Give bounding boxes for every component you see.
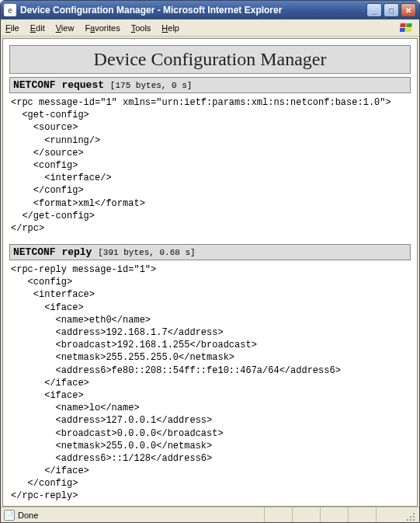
page-content: Device Configuration Manager NETCONF req… bbox=[2, 38, 418, 507]
minimize-button[interactable]: _ bbox=[366, 3, 382, 17]
svg-point-8 bbox=[410, 519, 411, 521]
menu-favorites[interactable]: Favorites bbox=[85, 23, 120, 33]
menu-file[interactable]: File bbox=[5, 23, 19, 33]
svg-rect-2 bbox=[400, 28, 405, 32]
request-meta: [175 bytes, 0 s] bbox=[110, 81, 193, 90]
ie-icon: e bbox=[4, 4, 16, 16]
window-titlebar[interactable]: e Device Configuration Manager - Microso… bbox=[1, 1, 419, 19]
close-button[interactable]: ✕ bbox=[401, 3, 416, 17]
menu-view[interactable]: View bbox=[56, 23, 75, 33]
resize-grip-icon[interactable] bbox=[404, 507, 416, 522]
request-xml: <rpc message-id="1" xmlns="urn:ietf:para… bbox=[9, 93, 411, 241]
menu-bar: File Edit View Favorites Tools Help bbox=[1, 19, 419, 37]
menu-help[interactable]: Help bbox=[161, 23, 179, 33]
svg-point-4 bbox=[413, 513, 415, 514]
status-pane bbox=[376, 507, 404, 522]
reply-header-label: NETCONF reply bbox=[13, 246, 92, 258]
reply-header: NETCONF reply [391 bytes, 0.68 s] bbox=[9, 244, 411, 260]
status-pane bbox=[320, 507, 348, 522]
windows-flag-icon[interactable] bbox=[399, 22, 415, 34]
svg-rect-3 bbox=[405, 28, 411, 32]
svg-point-9 bbox=[407, 519, 408, 521]
menu-tools[interactable]: Tools bbox=[131, 23, 151, 33]
window-controls: _ □ ✕ bbox=[366, 3, 416, 17]
reply-meta: [391 bytes, 0.68 s] bbox=[98, 248, 195, 257]
status-text: Done bbox=[18, 511, 38, 520]
reply-xml: <rpc-reply message-id="1"> <config> <int… bbox=[9, 260, 411, 507]
menu-edit[interactable]: Edit bbox=[30, 23, 45, 33]
request-header-label: NETCONF request bbox=[13, 79, 104, 91]
page-title: Device Configuration Manager bbox=[9, 45, 411, 74]
svg-point-7 bbox=[413, 519, 415, 521]
browser-window: e Device Configuration Manager - Microso… bbox=[0, 0, 420, 523]
status-pane bbox=[264, 507, 292, 522]
svg-rect-0 bbox=[400, 23, 406, 27]
window-title: Device Configuration Manager - Microsoft… bbox=[20, 5, 366, 16]
status-panes bbox=[264, 507, 416, 522]
svg-point-5 bbox=[413, 516, 415, 518]
maximize-button[interactable]: □ bbox=[384, 3, 399, 17]
page-icon: 📄 bbox=[4, 510, 15, 521]
status-bar: 📄 Done bbox=[1, 507, 419, 522]
request-header: NETCONF request [175 bytes, 0 s] bbox=[9, 77, 411, 93]
status-pane bbox=[292, 507, 320, 522]
svg-rect-1 bbox=[406, 23, 412, 27]
status-pane bbox=[348, 507, 376, 522]
svg-point-6 bbox=[410, 516, 411, 518]
